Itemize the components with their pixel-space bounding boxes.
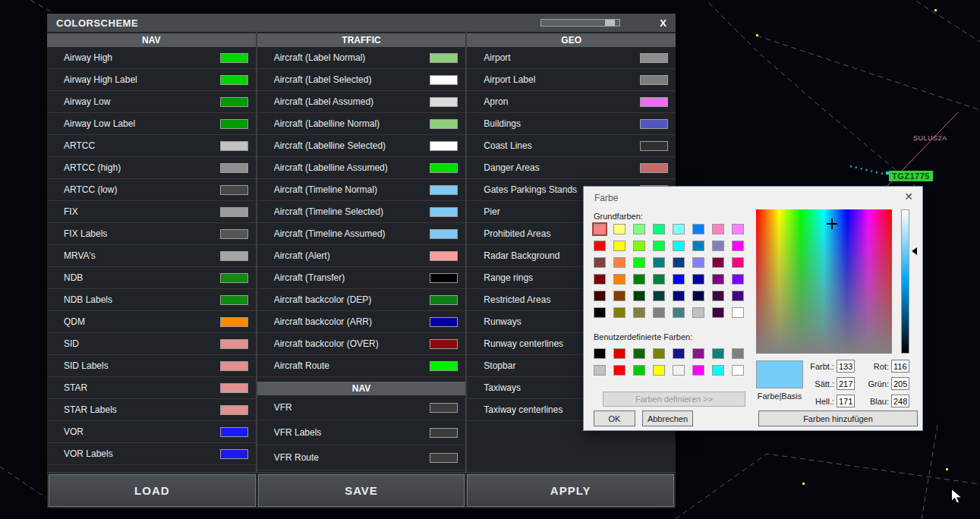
color-swatch[interactable] xyxy=(220,383,248,393)
basic-color-cell[interactable] xyxy=(594,274,606,285)
color-swatch[interactable] xyxy=(220,361,248,371)
basic-color-cell[interactable] xyxy=(633,307,645,318)
basic-color-cell[interactable] xyxy=(732,274,744,285)
color-swatch[interactable] xyxy=(640,141,668,151)
basic-color-cell[interactable] xyxy=(732,307,744,318)
color-swatch[interactable] xyxy=(430,163,458,173)
basic-color-cell[interactable] xyxy=(613,291,625,301)
color-swatch[interactable] xyxy=(430,207,458,217)
color-scheme-row[interactable]: QDM xyxy=(47,311,256,333)
basic-color-cell[interactable] xyxy=(653,291,665,301)
cancel-button[interactable]: Abbrechen xyxy=(642,410,693,426)
basic-color-cell[interactable] xyxy=(712,274,724,285)
color-scheme-row[interactable]: Aircraft backcolor (OVER) xyxy=(257,333,466,355)
color-swatch[interactable] xyxy=(220,229,248,239)
color-scheme-row[interactable]: ARTCC (low) xyxy=(47,179,256,201)
hue-input[interactable] xyxy=(837,360,855,373)
color-scheme-row[interactable]: Aircraft (Label Normal) xyxy=(257,47,466,69)
color-swatch[interactable] xyxy=(430,251,458,261)
color-swatch[interactable] xyxy=(220,97,248,107)
color-swatch[interactable] xyxy=(220,141,248,151)
custom-color-cell[interactable] xyxy=(653,348,665,359)
color-scheme-row[interactable]: Aircraft (Labelline Normal) xyxy=(257,113,466,135)
basic-color-cell[interactable] xyxy=(653,307,665,318)
basic-color-cell[interactable] xyxy=(613,274,625,285)
close-icon[interactable]: ✕ xyxy=(904,190,913,203)
color-scheme-row[interactable]: Airway Low xyxy=(47,91,256,113)
basic-color-cell[interactable] xyxy=(633,274,645,285)
custom-color-cell[interactable] xyxy=(692,348,704,359)
basic-color-cell[interactable] xyxy=(673,307,685,318)
basic-color-cell[interactable] xyxy=(692,257,704,268)
custom-color-cell[interactable] xyxy=(633,348,645,359)
color-scheme-row[interactable]: MRVA's xyxy=(47,245,256,267)
load-button[interactable]: LOAD xyxy=(49,474,256,507)
color-scheme-row[interactable]: VFR Labels xyxy=(257,420,466,445)
color-scheme-row[interactable]: Aircraft backcolor (ARR) xyxy=(257,311,466,333)
color-swatch[interactable] xyxy=(640,75,668,85)
close-icon[interactable]: X xyxy=(660,17,666,29)
basic-color-cell[interactable] xyxy=(653,224,665,234)
luminance-bar[interactable] xyxy=(901,209,909,354)
blue-input[interactable] xyxy=(891,395,909,407)
basic-color-cell[interactable] xyxy=(613,257,625,268)
color-scheme-row[interactable]: SID Labels xyxy=(47,355,256,377)
color-swatch[interactable] xyxy=(220,163,248,173)
color-swatch[interactable] xyxy=(640,53,668,63)
color-scheme-row[interactable]: SID xyxy=(47,333,256,355)
basic-color-cell[interactable] xyxy=(633,291,645,301)
color-swatch[interactable] xyxy=(220,207,248,217)
color-swatch[interactable] xyxy=(220,405,248,415)
basic-color-cell[interactable] xyxy=(673,291,685,301)
basic-color-cell[interactable] xyxy=(613,307,625,318)
color-scheme-row[interactable]: Aircraft (Labelline Selected) xyxy=(257,135,466,157)
custom-color-cell[interactable] xyxy=(633,365,645,376)
basic-color-cell[interactable] xyxy=(692,241,704,251)
color-scheme-row[interactable]: Aircraft (Label Assumed) xyxy=(257,91,466,113)
color-swatch[interactable] xyxy=(430,453,458,463)
basic-color-cell[interactable] xyxy=(633,224,645,234)
color-crosshair-icon[interactable] xyxy=(827,219,837,229)
color-scheme-row[interactable]: Aircraft (Timeline Normal) xyxy=(257,179,466,201)
slider-thumb[interactable] xyxy=(605,20,615,26)
custom-color-cell[interactable] xyxy=(594,348,606,359)
basic-color-cell[interactable] xyxy=(692,291,704,301)
color-scheme-row[interactable]: STAR xyxy=(47,377,256,399)
color-scheme-row[interactable]: Aircraft (Timeline Assumed) xyxy=(257,223,466,245)
color-scheme-row[interactable]: Aircraft Route xyxy=(257,355,466,377)
custom-color-cell[interactable] xyxy=(732,365,744,376)
color-scheme-row[interactable]: Apron xyxy=(467,91,676,113)
color-swatch[interactable] xyxy=(220,53,248,63)
color-scheme-row[interactable]: Aircraft (Transfer) xyxy=(257,267,466,289)
add-colors-button[interactable]: Farben hinzufügen xyxy=(758,410,918,426)
basic-color-cell[interactable] xyxy=(633,241,645,251)
basic-color-cell[interactable] xyxy=(594,307,606,318)
luminance-input[interactable] xyxy=(837,395,855,407)
define-colors-button[interactable]: Farben definieren >> xyxy=(603,392,745,407)
color-scheme-row[interactable]: FIX xyxy=(47,201,256,223)
basic-color-cell[interactable] xyxy=(653,241,665,251)
color-scheme-row[interactable]: NDB Labels xyxy=(47,289,256,311)
color-scheme-row[interactable]: Airport xyxy=(467,47,676,69)
basic-color-cell[interactable] xyxy=(692,224,704,234)
basic-color-cell[interactable] xyxy=(712,257,724,268)
custom-color-cell[interactable] xyxy=(712,348,724,359)
color-swatch[interactable] xyxy=(430,273,458,283)
color-scheme-row[interactable]: Aircraft (Timeline Selected) xyxy=(257,201,466,223)
basic-color-cell[interactable] xyxy=(673,274,685,285)
color-swatch[interactable] xyxy=(430,53,458,63)
color-swatch[interactable] xyxy=(220,339,248,349)
hue-saturation-field[interactable] xyxy=(756,209,892,354)
basic-color-cell[interactable] xyxy=(692,274,704,285)
custom-color-cell[interactable] xyxy=(732,348,744,359)
basic-color-cell[interactable] xyxy=(712,224,724,234)
custom-color-cell[interactable] xyxy=(653,365,665,376)
color-swatch[interactable] xyxy=(430,75,458,85)
green-input[interactable] xyxy=(891,377,909,390)
custom-color-cell[interactable] xyxy=(613,348,625,359)
color-swatch[interactable] xyxy=(220,317,248,327)
color-swatch[interactable] xyxy=(220,75,248,85)
color-swatch[interactable] xyxy=(430,339,458,349)
custom-color-cell[interactable] xyxy=(673,365,685,376)
color-swatch[interactable] xyxy=(220,119,248,129)
